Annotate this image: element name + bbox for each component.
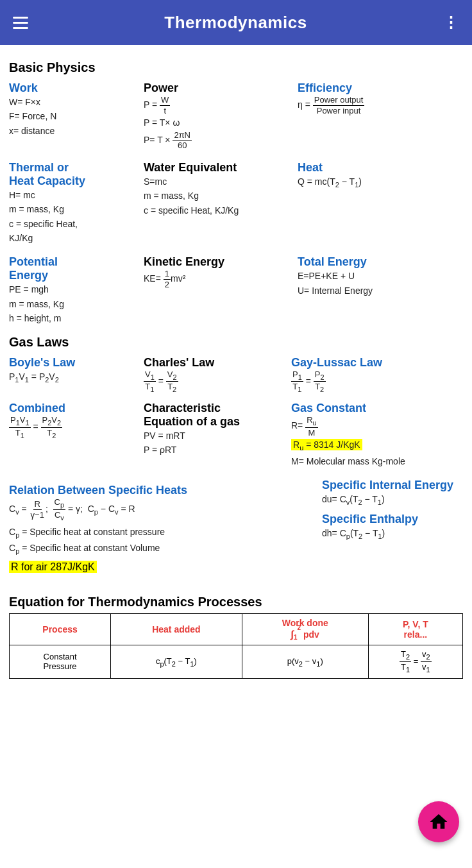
table-row: ConstantPressure cp(T2 − T1) p(v2 − v1) … bbox=[10, 645, 463, 679]
charles-law-title: Charles' Law bbox=[144, 356, 289, 370]
gay-lussac-title: Gay-Lussac Law bbox=[291, 356, 460, 370]
col-combined: Combined P1V1T1 = P2V2T2 bbox=[9, 399, 144, 471]
row-energy: PotentialEnergy PE = mghm = mass, Kgh = … bbox=[9, 253, 463, 328]
combined-title: Combined bbox=[9, 402, 141, 415]
power-formula: P = Wt P = T× ω P= T × 2πN60 bbox=[144, 95, 295, 151]
col-gas-constant: Gas Constant R= RuM Ru = 8314 J/KgK M= M… bbox=[291, 399, 463, 471]
specific-heats-cp-lines: Cp = Specific heat at constant pressure … bbox=[9, 525, 319, 557]
specific-internal-energy-block: Specific Internal Energy du= Cv(T2 − T1) bbox=[322, 479, 460, 508]
gas-constant-highlight: Ru = 8314 J/KgK bbox=[291, 439, 362, 450]
specific-heats-title: Relation Between Specific Heats bbox=[9, 484, 319, 497]
gas-constant-title: Gas Constant bbox=[291, 402, 460, 415]
home-fab-button[interactable] bbox=[418, 801, 459, 842]
power-title: Power bbox=[144, 81, 295, 95]
gay-lussac-formula: P1T1 = P2T2 bbox=[291, 370, 460, 395]
cell-relation: T2T1 = v2v1 bbox=[368, 645, 462, 679]
potential-energy-formula: PE = mghm = mass, Kgh = height, m bbox=[9, 282, 141, 325]
characteristic-title: CharacteristicEquation of a gas bbox=[144, 402, 289, 429]
water-equiv-formula: S=mcm = mass, Kgc = specific Heat, KJ/Kg bbox=[144, 174, 295, 217]
col-water-equivalent: Water Equivalent S=mcm = mass, Kgc = spe… bbox=[144, 158, 298, 248]
col-header-work: Work done ∫12 pdv bbox=[242, 613, 368, 645]
hamburger-menu-icon[interactable] bbox=[13, 17, 28, 29]
col-boyles-law: Boyle's Law P1V1 = P2V2 bbox=[9, 353, 144, 397]
col-gay-lussac: Gay-Lussac Law P1T1 = P2T2 bbox=[291, 353, 463, 397]
r-air-highlight: R for air 287J/KgK bbox=[9, 561, 97, 573]
col-header-heat: Heat added bbox=[111, 613, 242, 645]
app-header: Thermodynamics ⋮ bbox=[0, 0, 472, 45]
row-basic-gas-laws: Boyle's Law P1V1 = P2V2 Charles' Law V1T… bbox=[9, 353, 463, 397]
specific-internal-energy-formula: du= Cv(T2 − T1) bbox=[322, 492, 460, 508]
boyles-law-title: Boyle's Law bbox=[9, 356, 141, 370]
thermo-processes-table: Process Heat added Work done ∫12 pdv P, … bbox=[9, 613, 463, 679]
col-header-process: Process bbox=[10, 613, 111, 645]
total-energy-formula: E=PE+KE + UU= Internal Energy bbox=[298, 269, 460, 298]
col-kinetic-energy: Kinetic Energy KE= 12mv² bbox=[144, 253, 298, 328]
cell-heat: cp(T2 − T1) bbox=[111, 645, 242, 679]
row-heat-capacity: Thermal orHeat Capacity H= mcm = mass, K… bbox=[9, 158, 463, 248]
heat-title: Heat bbox=[298, 161, 460, 174]
specific-heats-formula: Cv = Rγ−1; CpCv = γ; Cp − Cv = R bbox=[9, 497, 319, 522]
col-heat: Heat Q = mc(T2 − T1) bbox=[298, 158, 463, 248]
row-specific-heats: Relation Between Specific Heats Cv = Rγ−… bbox=[9, 476, 463, 575]
col-heat-capacity: Thermal orHeat Capacity H= mcm = mass, K… bbox=[9, 158, 144, 248]
row-combined-gas: Combined P1V1T1 = P2V2T2 CharacteristicE… bbox=[9, 399, 463, 471]
col-characteristic: CharacteristicEquation of a gas PV = mRT… bbox=[144, 399, 291, 471]
potential-energy-title: PotentialEnergy bbox=[9, 255, 141, 282]
kinetic-energy-formula: KE= 12mv² bbox=[144, 269, 295, 289]
specific-enthalpy-formula: dh= Cp(T2 − T1) bbox=[322, 526, 460, 542]
table-header-row: Process Heat added Work done ∫12 pdv P, … bbox=[10, 613, 463, 645]
col-power: Power P = Wt P = T× ω P= T × 2πN60 bbox=[144, 79, 298, 153]
page-title: Thermodynamics bbox=[164, 13, 307, 33]
heat-formula: Q = mc(T2 − T1) bbox=[298, 174, 460, 191]
water-equiv-title: Water Equivalent bbox=[144, 161, 295, 174]
col-charles-law: Charles' Law V1T1 = V2T2 bbox=[144, 353, 291, 397]
thermo-processes-heading: Equation for Thermodynamics Processes bbox=[9, 595, 463, 609]
gas-laws-heading: Gas Laws bbox=[9, 335, 463, 350]
col-specific-heats: Relation Between Specific Heats Cv = Rγ−… bbox=[9, 481, 322, 575]
gas-constant-formula: R= RuM Ru = 8314 J/KgK M= Molecular mass… bbox=[291, 415, 460, 468]
specific-internal-energy-title: Specific Internal Energy bbox=[322, 479, 460, 492]
cell-work: p(v2 − v1) bbox=[242, 645, 368, 679]
main-content: Basic Physics Work W= F×xF= Force, Nx= d… bbox=[0, 45, 472, 692]
col-specific-internal-enthalpy: Specific Internal Energy du= Cv(T2 − T1)… bbox=[322, 476, 463, 575]
boyles-law-formula: P1V1 = P2V2 bbox=[9, 370, 141, 386]
heat-capacity-title: Thermal orHeat Capacity bbox=[9, 161, 141, 188]
more-options-icon[interactable]: ⋮ bbox=[443, 13, 459, 31]
basic-physics-heading: Basic Physics bbox=[9, 60, 463, 75]
home-icon bbox=[428, 812, 449, 832]
specific-enthalpy-title: Specific Enthalpy bbox=[322, 513, 460, 526]
row-work-power-efficiency: Work W= F×xF= Force, Nx= distance Power … bbox=[9, 79, 463, 153]
kinetic-energy-title: Kinetic Energy bbox=[144, 255, 295, 269]
efficiency-formula: η = Power outputPower input bbox=[298, 95, 460, 115]
cell-process: ConstantPressure bbox=[10, 645, 111, 679]
specific-enthalpy-block: Specific Enthalpy dh= Cp(T2 − T1) bbox=[322, 513, 460, 542]
characteristic-formula: PV = mRT P = ρRT bbox=[144, 429, 289, 457]
work-formula: W= F×xF= Force, Nx= distance bbox=[9, 95, 141, 138]
charles-law-formula: V1T1 = V2T2 bbox=[144, 370, 289, 395]
col-header-relation: P, V, Trela... bbox=[368, 613, 462, 645]
col-work: Work W= F×xF= Force, Nx= distance bbox=[9, 79, 144, 153]
work-title: Work bbox=[9, 81, 141, 95]
combined-formula: P1V1T1 = P2V2T2 bbox=[9, 415, 141, 440]
col-total-energy: Total Energy E=PE+KE + UU= Internal Ener… bbox=[298, 253, 463, 328]
col-efficiency: Efficiency η = Power outputPower input bbox=[298, 79, 463, 153]
total-energy-title: Total Energy bbox=[298, 255, 460, 269]
heat-capacity-formula: H= mcm = mass, Kgc = specific Heat,KJ/Kg bbox=[9, 188, 141, 246]
col-potential-energy: PotentialEnergy PE = mghm = mass, Kgh = … bbox=[9, 253, 144, 328]
thermo-processes-section: Equation for Thermodynamics Processes Pr… bbox=[9, 595, 463, 679]
efficiency-title: Efficiency bbox=[298, 81, 460, 95]
